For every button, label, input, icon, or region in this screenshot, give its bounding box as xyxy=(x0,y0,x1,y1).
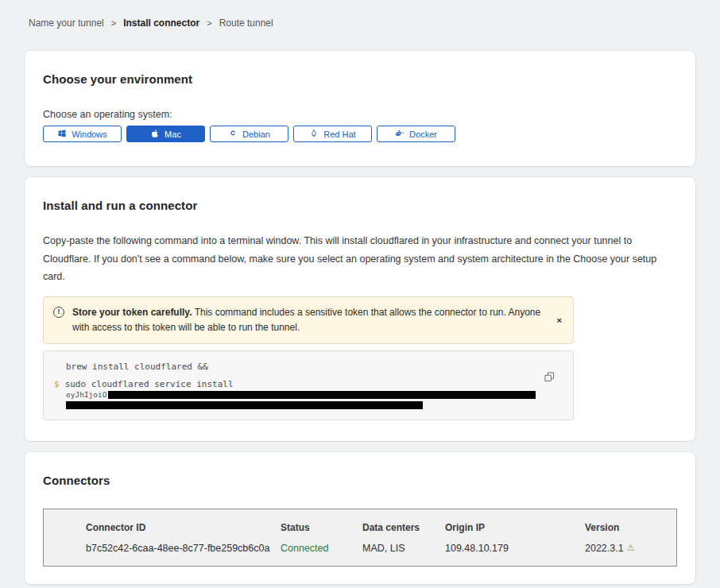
cell-connector-id: b7c52c42-6caa-48ee-8c77-fbe259cb6c0a xyxy=(86,543,281,554)
code-line-token: eyJhIjoiO xyxy=(54,390,560,400)
breadcrumb-install-connector[interactable]: Install connector xyxy=(123,17,199,29)
token-warning-title: Store your token carefully. xyxy=(72,307,192,318)
docker-icon xyxy=(395,129,405,140)
os-select-label: Choose an operating system: xyxy=(43,109,677,120)
cell-origin-ip: 109.48.10.179 xyxy=(445,543,585,554)
install-connector-title: Install and run a connector xyxy=(43,199,677,212)
breadcrumb-name-your-tunnel[interactable]: Name your tunnel xyxy=(29,17,104,29)
os-button-windows[interactable]: Windows xyxy=(43,126,122,142)
debian-icon xyxy=(228,129,238,140)
breadcrumb-route-tunnel[interactable]: Route tunnel xyxy=(219,17,273,29)
close-icon[interactable]: × xyxy=(557,315,562,324)
choose-environment-title: Choose your environment xyxy=(43,72,677,86)
cell-status: Connected xyxy=(281,543,362,554)
breadcrumb-separator: > xyxy=(207,18,211,28)
redaction-bar xyxy=(66,401,423,409)
connectors-card: Connectors Connector ID Status Data cent… xyxy=(25,452,695,584)
redhat-icon xyxy=(309,129,319,140)
shell-prompt: $ xyxy=(54,379,60,389)
connectors-table: Connector ID Status Data centers Origin … xyxy=(43,509,677,567)
code-line-sudo: $ sudo cloudflared service install xyxy=(54,379,560,389)
os-button-label: Windows xyxy=(72,130,107,139)
header-status: Status xyxy=(281,522,362,533)
redaction-bar xyxy=(108,391,536,399)
os-button-label: Mac xyxy=(165,130,181,139)
alert-circle-icon: ! xyxy=(53,307,64,318)
version-text: 2022.3.1 xyxy=(585,543,624,554)
connectors-title: Connectors xyxy=(43,474,677,487)
install-command-code-block: brew install cloudflared && $ sudo cloud… xyxy=(43,350,574,420)
cell-version: 2022.3.1 ⚠ xyxy=(585,543,660,554)
warning-triangle-icon[interactable]: ⚠ xyxy=(627,544,635,552)
table-row: b7c52c42-6caa-48ee-8c77-fbe259cb6c0a Con… xyxy=(86,543,660,554)
header-version: Version xyxy=(585,522,660,533)
breadcrumb: Name your tunnel > Install connector > R… xyxy=(29,17,695,29)
token-warning-text: Store your token carefully. This command… xyxy=(72,305,541,335)
token-prefix: eyJhIjoiO xyxy=(66,390,106,399)
apple-icon xyxy=(150,129,160,140)
os-button-label: Red Hat xyxy=(323,130,355,139)
choose-environment-card: Choose your environment Choose an operat… xyxy=(25,51,695,166)
os-button-group: Windows Mac Debian Red Hat xyxy=(43,126,677,142)
install-description: Copy-paste the following command into a … xyxy=(43,232,675,286)
os-button-label: Debian xyxy=(242,130,270,139)
copy-icon[interactable] xyxy=(544,372,555,382)
connectors-table-header: Connector ID Status Data centers Origin … xyxy=(86,522,660,533)
os-button-mac[interactable]: Mac xyxy=(126,126,205,142)
os-button-docker[interactable]: Docker xyxy=(377,126,455,142)
os-button-label: Docker xyxy=(409,130,437,139)
cell-data-centers: MAD, LIS xyxy=(362,543,445,554)
header-connector-id: Connector ID xyxy=(86,522,281,533)
breadcrumb-separator: > xyxy=(111,18,116,28)
code-command: sudo cloudflared service install xyxy=(65,379,234,389)
header-origin-ip: Origin IP xyxy=(445,522,585,533)
install-connector-card: Install and run a connector Copy-paste t… xyxy=(25,177,695,441)
code-line-brew: brew install cloudflared && xyxy=(54,362,560,372)
os-button-debian[interactable]: Debian xyxy=(210,126,288,142)
token-warning-banner: ! Store your token carefully. This comma… xyxy=(43,296,574,344)
os-button-redhat[interactable]: Red Hat xyxy=(293,126,372,142)
header-data-centers: Data centers xyxy=(362,522,445,533)
page: Name your tunnel > Install connector > R… xyxy=(25,0,695,588)
code-line-token-continued xyxy=(54,400,560,409)
windows-icon xyxy=(57,129,67,140)
